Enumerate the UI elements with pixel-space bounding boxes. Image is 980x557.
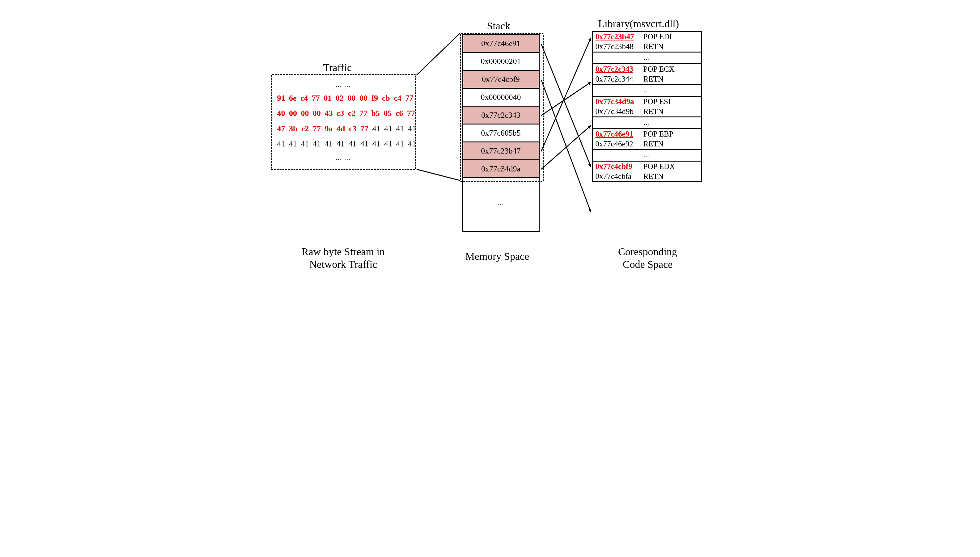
library-instr: POP EDX: [643, 162, 699, 171]
stack-cell: 0x77c605b5: [463, 124, 539, 142]
library-instr: POP ESI: [643, 97, 699, 106]
caption-left: Raw byte Stream inNetwork Traffic: [291, 246, 396, 271]
traffic-line-4: 41 41 41 41 41 41 41 41 41 41 41 41: [277, 136, 409, 151]
library-addr: 0x77c4cbf9: [595, 162, 643, 171]
library-gadget-block: 0x77c2c343POP ECX0x77c2c344RETN: [593, 64, 701, 85]
svg-line-5: [541, 38, 591, 151]
library-row: 0x77c4cbf9POP EDX: [593, 161, 701, 171]
svg-line-6: [541, 125, 591, 169]
stack-outer-box: 0x77c46e910x000002010x77c4cbf90x00000040…: [462, 34, 540, 232]
stack-cell: 0x77c23b47: [463, 142, 539, 160]
library-row: 0x77c23b48RETN: [593, 42, 701, 52]
library-instr: POP ECX: [643, 65, 699, 73]
diagram-canvas: Traffic Stack Library(msvcrt.dll) ... ..…: [264, 12, 716, 281]
library-dots: ...: [593, 52, 701, 64]
library-addr: 0x77c23b48: [595, 42, 643, 51]
svg-line-1: [417, 169, 460, 181]
library-row: 0x77c23b47POP EDI: [593, 32, 701, 42]
stack-cell: 0x77c46e91: [463, 35, 539, 53]
library-addr: 0x77c46e91: [595, 130, 643, 138]
stack-cell: 0x77c34d9a: [463, 160, 539, 178]
traffic-title: Traffic: [323, 62, 352, 73]
library-instr: RETN: [643, 75, 699, 83]
library-instr: RETN: [643, 107, 699, 116]
svg-line-0: [417, 33, 460, 75]
traffic-line-1: 91 6e c4 77 01 02 00 00 f9 cb c4 77: [277, 91, 409, 106]
caption-right: CorespondingCode Space: [608, 246, 688, 271]
library-addr: 0x77c23b47: [595, 33, 643, 41]
library-instr: POP EBP: [643, 130, 699, 138]
library-addr: 0x77c2c343: [595, 65, 643, 73]
stack-dots: ...: [463, 178, 539, 228]
traffic-dots-bottom: ... ...: [277, 152, 409, 163]
library-dots: ...: [593, 117, 701, 129]
library-instr: RETN: [643, 140, 699, 148]
svg-line-3: [541, 80, 591, 212]
library-row: 0x77c2c343POP ECX: [593, 64, 701, 74]
library-gadget-block: 0x77c34d9aPOP ESI0x77c34d9bRETN: [593, 97, 701, 117]
library-addr: 0x77c34d9b: [595, 107, 643, 116]
traffic-box: ... ... 91 6e c4 77 01 02 00 00 f9 cb c4…: [271, 74, 416, 170]
library-addr: 0x77c34d9a: [595, 97, 643, 106]
stack-title: Stack: [487, 20, 510, 32]
library-instr: POP EDI: [643, 33, 699, 41]
library-dots: ...: [593, 150, 701, 161]
library-row: 0x77c4cbfaRETN: [593, 171, 701, 181]
traffic-line-3: 47 3b c2 77 9a 4d c3 77 41 41 41 41: [277, 121, 409, 136]
library-gadget-block: 0x77c4cbf9POP EDX0x77c4cbfaRETN: [593, 161, 701, 181]
library-instr: RETN: [643, 172, 699, 181]
library-row: 0x77c2c344RETN: [593, 74, 701, 84]
stack-cell: 0x77c2c343: [463, 107, 539, 124]
traffic-line-2: 40 00 00 00 43 c3 c2 77 b5 05 c6 77: [277, 106, 409, 121]
library-gadget-block: 0x77c46e91POP EBP0x77c46e92RETN: [593, 129, 701, 150]
library-gadget-block: 0x77c23b47POP EDI0x77c23b48RETN: [593, 32, 701, 52]
caption-mid: Memory Space: [465, 250, 529, 263]
library-instr: RETN: [643, 42, 699, 51]
library-row: 0x77c46e91POP EBP: [593, 129, 701, 139]
library-column: 0x77c23b47POP EDI0x77c23b48RETN...0x77c2…: [592, 31, 702, 182]
svg-line-2: [541, 44, 591, 167]
traffic-dots-top: ... ...: [277, 79, 409, 91]
stack-cell: 0x00000201: [463, 53, 539, 71]
library-addr: 0x77c2c344: [595, 75, 643, 83]
library-row: 0x77c46e92RETN: [593, 139, 701, 149]
stack-cell: 0x00000040: [463, 89, 539, 107]
library-title: Library(msvcrt.dll): [598, 18, 679, 30]
library-row: 0x77c34d9aPOP ESI: [593, 97, 701, 107]
library-addr: 0x77c4cbfa: [595, 172, 643, 181]
library-dots: ...: [593, 85, 701, 97]
stack-cell: 0x77c4cbf9: [463, 71, 539, 89]
library-addr: 0x77c46e92: [595, 140, 643, 148]
stack-column: 0x77c46e910x000002010x77c4cbf90x00000040…: [462, 34, 540, 232]
svg-line-4: [541, 82, 591, 116]
library-row: 0x77c34d9bRETN: [593, 107, 701, 116]
